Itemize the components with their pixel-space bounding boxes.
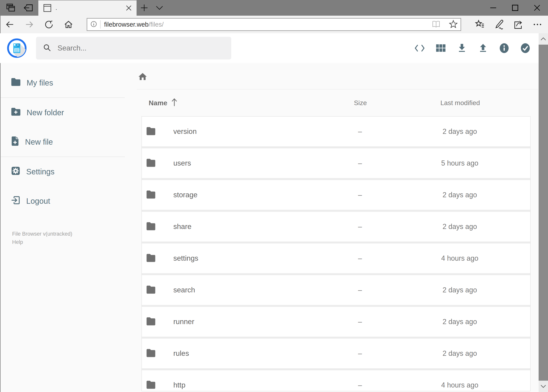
- folder-icon: [146, 317, 156, 327]
- tab-favicon-page-icon: [43, 3, 52, 13]
- file-size: –: [331, 349, 389, 357]
- file-plus-icon: [11, 136, 19, 148]
- address-bar[interactable]: filebrowser.web/files/: [87, 18, 461, 31]
- file-row[interactable]: storage – 2 days ago: [142, 180, 530, 210]
- refresh-button[interactable]: [39, 16, 59, 33]
- sort-ascending-icon[interactable]: [170, 98, 178, 108]
- sidebar-item-logout[interactable]: Logout: [0, 186, 133, 216]
- home-button[interactable]: [59, 16, 78, 33]
- sidebar-item-label: My files: [27, 78, 53, 87]
- url-host: filebrowser.web: [104, 21, 148, 28]
- listing-header: Name Size Last modified: [141, 90, 531, 116]
- file-size: –: [331, 318, 389, 326]
- file-modified: 4 hours ago: [389, 254, 530, 262]
- tab-close-icon[interactable]: [125, 5, 132, 12]
- file-modified: 2 days ago: [389, 223, 530, 231]
- file-name: http: [173, 381, 331, 389]
- forward-button[interactable]: [20, 16, 39, 33]
- window-maximize-button[interactable]: [504, 0, 526, 16]
- breadcrumb-home-icon[interactable]: [138, 72, 147, 82]
- reading-view-icon[interactable]: [432, 20, 441, 29]
- raw-code-view-icon[interactable]: [415, 43, 425, 54]
- file-name: version: [173, 127, 331, 136]
- folder-icon: [146, 285, 156, 295]
- column-header-size[interactable]: Size: [331, 99, 390, 107]
- scrollbar-down-icon[interactable]: [539, 381, 548, 392]
- sidebar: My files New folder Ne: [0, 63, 133, 392]
- sidebar-item-label: Logout: [26, 197, 50, 205]
- set-tabs-aside-icon[interactable]: [23, 3, 34, 13]
- file-row[interactable]: users – 5 hours ago: [142, 148, 530, 178]
- help-link[interactable]: Help: [12, 238, 133, 246]
- select-check-icon[interactable]: [520, 43, 530, 54]
- sidebar-item-new-file[interactable]: New file: [0, 127, 133, 157]
- column-header-modified[interactable]: Last modified: [390, 99, 531, 107]
- search-icon: [43, 43, 52, 53]
- file-modified: 5 hours ago: [389, 159, 530, 167]
- sidebar-item-new-folder[interactable]: New folder: [0, 98, 133, 127]
- file-modified: 2 days ago: [389, 349, 530, 357]
- settings-ellipsis-icon[interactable]: [528, 16, 547, 33]
- info-icon[interactable]: [499, 43, 509, 54]
- tab-preview-icon[interactable]: [5, 3, 16, 13]
- logout-icon: [11, 195, 21, 207]
- url-path: /files/: [148, 21, 164, 28]
- file-name: search: [173, 286, 331, 294]
- new-tab-button[interactable]: [137, 0, 152, 16]
- file-row[interactable]: runner – 2 days ago: [142, 307, 530, 337]
- file-size: –: [331, 286, 389, 294]
- file-modified: 2 days ago: [389, 318, 530, 326]
- filebrowser-logo: [7, 38, 27, 58]
- web-note-pen-icon[interactable]: [490, 16, 509, 33]
- site-info-icon[interactable]: [90, 21, 97, 28]
- window-minimize-button[interactable]: [482, 0, 504, 16]
- url-divider: [100, 20, 101, 28]
- sidebar-item-settings[interactable]: Settings: [0, 157, 133, 186]
- browser-tab[interactable]: .: [38, 0, 137, 16]
- folder-icon: [146, 222, 156, 231]
- file-row[interactable]: search – 2 days ago: [142, 275, 530, 305]
- browser-navbar: filebrowser.web/files/: [0, 16, 548, 33]
- window-left-edge: [0, 16, 0, 392]
- file-row[interactable]: settings – 4 hours ago: [142, 244, 530, 273]
- download-icon[interactable]: [457, 43, 467, 54]
- file-row[interactable]: share – 2 days ago: [142, 212, 530, 242]
- hub-favorites-icon[interactable]: [470, 16, 490, 33]
- file-size: –: [331, 254, 389, 262]
- file-row[interactable]: version – 2 days ago: [142, 117, 530, 146]
- file-list: version – 2 days ago users – 5 hours ago: [141, 116, 531, 391]
- scrollbar-thumb[interactable]: [539, 45, 548, 381]
- folder-icon: [146, 349, 156, 358]
- column-header-name[interactable]: Name: [149, 99, 167, 107]
- file-modified: 4 hours ago: [389, 381, 530, 389]
- folder-icon: [146, 380, 156, 390]
- file-modified: 2 days ago: [389, 191, 530, 199]
- tab-list-chevron-icon[interactable]: [152, 0, 167, 16]
- file-size: –: [331, 159, 389, 167]
- browser-titlebar: .: [0, 0, 548, 16]
- file-modified: 2 days ago: [389, 286, 530, 294]
- upload-icon[interactable]: [478, 43, 488, 54]
- share-icon[interactable]: [509, 16, 528, 33]
- folder-icon: [146, 127, 156, 136]
- tab-title: .: [55, 0, 125, 16]
- file-name: rules: [173, 349, 331, 357]
- file-name: runner: [173, 318, 331, 326]
- filebrowser-header: [0, 33, 548, 63]
- file-row[interactable]: rules – 2 days ago: [142, 339, 530, 368]
- scrollbar-up-icon[interactable]: [539, 33, 548, 45]
- sidebar-item-my-files[interactable]: My files: [0, 68, 133, 98]
- folder-plus-icon: [11, 107, 21, 118]
- page-scrollbar[interactable]: [539, 33, 548, 392]
- url-text[interactable]: filebrowser.web/files/: [104, 21, 429, 28]
- back-button[interactable]: [0, 16, 20, 33]
- search-input[interactable]: [57, 44, 214, 52]
- search-bar[interactable]: [36, 37, 231, 59]
- file-row[interactable]: http – 4 hours ago: [142, 370, 530, 391]
- grid-view-icon[interactable]: [436, 43, 446, 54]
- file-name: users: [173, 159, 331, 167]
- add-favorite-star-icon[interactable]: [449, 20, 458, 29]
- window-close-button[interactable]: [526, 0, 548, 16]
- sidebar-item-label: New folder: [27, 108, 64, 117]
- gear-icon: [11, 166, 21, 177]
